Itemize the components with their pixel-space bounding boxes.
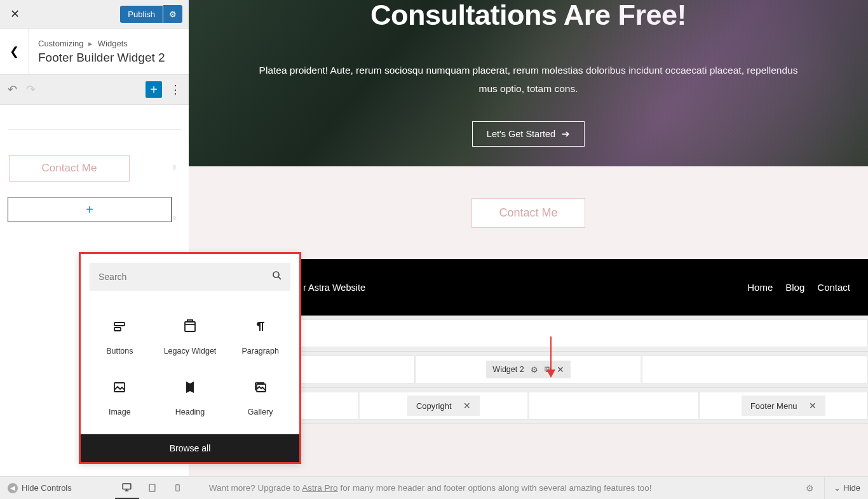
- footer-menu-chip[interactable]: Footer Menu ✕: [742, 396, 825, 416]
- more-options-button[interactable]: ⋮: [170, 83, 181, 96]
- svg-rect-11: [123, 483, 131, 489]
- block-label: Image: [109, 408, 131, 416]
- close-icon[interactable]: ✕: [809, 401, 817, 411]
- arrow-right-icon: ➔: [562, 129, 570, 139]
- hide-controls-button[interactable]: ◀ Hide Controls: [0, 483, 79, 493]
- builder-bottom-2[interactable]: Copyright ✕: [358, 392, 529, 420]
- block-legacy-widget[interactable]: Legacy Widget: [155, 306, 226, 367]
- builder-gear-button[interactable]: ⚙: [799, 483, 820, 493]
- buttons-icon: [112, 317, 127, 335]
- contact-me-block[interactable]: Contact Me: [9, 155, 130, 182]
- gear-icon: ⚙: [169, 10, 177, 19]
- breadcrumb: Customizing ▸ Widgets Footer Builder Wid…: [29, 32, 189, 71]
- block-label: Gallery: [248, 408, 273, 416]
- sidebar-body: ⩯ Contact Me ⩯ +: [0, 105, 189, 235]
- sidebar-top: ✕ Publish ⚙: [0, 0, 189, 29]
- image-icon: [112, 378, 127, 396]
- gear-icon[interactable]: ⚙: [531, 365, 538, 375]
- block-image[interactable]: Image: [85, 367, 155, 428]
- drag-handle-icon[interactable]: ⩯: [173, 214, 177, 223]
- device-desktop-tab[interactable]: [115, 477, 139, 500]
- svg-rect-7: [114, 383, 125, 392]
- browse-all-button[interactable]: Browse all: [81, 434, 299, 462]
- block-buttons[interactable]: Buttons: [85, 306, 155, 367]
- bottom-bar: ◀ Hide Controls Want more? Upgrade to As…: [0, 476, 868, 499]
- close-customizer-button[interactable]: ✕: [6, 6, 23, 22]
- paragraph-icon: [253, 317, 268, 335]
- publish-button[interactable]: Publish: [120, 6, 163, 23]
- builder-bottom-4[interactable]: Footer Menu ✕: [699, 392, 869, 420]
- block-label: Paragraph: [241, 347, 278, 356]
- site-name: r Astra Website: [303, 283, 365, 293]
- hero-text: Platea proident! Aute, rerum sociosqu nu…: [259, 61, 799, 98]
- plus-icon: +: [86, 203, 93, 217]
- hide-builder-button[interactable]: ⌄ Hide: [824, 477, 860, 500]
- svg-rect-6: [187, 320, 193, 322]
- widget-2-chip[interactable]: Widget 2 ⚙ ⧉ ✕: [486, 361, 570, 378]
- divider: [8, 129, 181, 130]
- back-button[interactable]: ❮: [0, 29, 29, 75]
- search-input[interactable]: [90, 263, 290, 291]
- search-icon: [271, 270, 283, 284]
- hero-section: Consultations Are Free! Platea proident!…: [189, 0, 868, 166]
- svg-rect-2: [114, 323, 125, 326]
- builder-primary-center[interactable]: Widget 2 ⚙ ⧉ ✕: [415, 356, 642, 383]
- hero-title: Consultations Are Free!: [370, 0, 686, 32]
- widget-2-label: Widget 2: [492, 365, 524, 374]
- block-paragraph[interactable]: Paragraph: [225, 306, 295, 367]
- add-block-toggle[interactable]: +: [146, 81, 162, 98]
- footer-nav-blog[interactable]: Blog: [785, 282, 804, 293]
- duplicate-icon[interactable]: ⧉: [545, 364, 550, 375]
- undo-button[interactable]: ↶: [8, 83, 17, 96]
- contact-section: Contact Me: [189, 166, 868, 259]
- svg-rect-15: [176, 485, 179, 491]
- add-block-button[interactable]: +: [8, 197, 172, 222]
- block-label: Legacy Widget: [164, 347, 217, 356]
- device-tabs: [115, 477, 190, 500]
- sidebar-header: ❮ Customizing ▸ Widgets Footer Builder W…: [0, 29, 189, 75]
- copyright-label: Copyright: [416, 401, 452, 411]
- hide-controls-label: Hide Controls: [22, 483, 72, 493]
- device-mobile-tab[interactable]: [166, 477, 190, 500]
- hero-cta-button[interactable]: Let's Get Started ➔: [472, 121, 585, 147]
- block-gallery[interactable]: Gallery: [225, 367, 295, 428]
- chevron-down-icon: ⌄: [834, 483, 841, 493]
- redo-button[interactable]: ↷: [26, 83, 36, 96]
- svg-point-0: [273, 272, 279, 277]
- footer-menu-label: Footer Menu: [750, 401, 797, 411]
- block-heading[interactable]: Heading: [155, 367, 226, 428]
- svg-rect-14: [149, 484, 155, 491]
- close-icon[interactable]: ✕: [557, 364, 564, 375]
- breadcrumb-sep-icon: ▸: [88, 39, 93, 48]
- builder-bottom-3[interactable]: [529, 392, 699, 420]
- undo-redo-group: ↶ ↷: [8, 83, 36, 96]
- footer-nav-home[interactable]: Home: [747, 282, 773, 293]
- close-icon[interactable]: ✕: [463, 401, 471, 411]
- edit-toolbar: ↶ ↷ + ⋮: [0, 75, 189, 105]
- svg-rect-4: [185, 322, 195, 331]
- promo-post: for many more header and footer options …: [338, 483, 652, 493]
- block-grid: Buttons Legacy Widget Paragraph Image He…: [81, 300, 299, 434]
- page-title: Footer Builder Widget 2: [38, 51, 180, 65]
- builder-primary-right[interactable]: [642, 356, 868, 383]
- contact-me-button[interactable]: Contact Me: [471, 198, 585, 228]
- plus-icon: +: [150, 83, 158, 97]
- promo-pre: Want more? Upgrade to: [209, 483, 302, 493]
- copyright-chip[interactable]: Copyright ✕: [407, 396, 480, 416]
- footer-nav-contact[interactable]: Contact: [817, 282, 850, 293]
- footer-nav: Home Blog Contact: [747, 282, 850, 293]
- block-search-wrap: [81, 254, 299, 300]
- promo-link[interactable]: Astra Pro: [302, 483, 337, 493]
- gallery-icon: [253, 378, 268, 396]
- bottom-right-controls: ⚙ ⌄ Hide: [799, 477, 868, 500]
- drag-handle-icon[interactable]: ⩯: [173, 163, 177, 173]
- publish-group: Publish ⚙: [120, 5, 182, 23]
- breadcrumb-leaf[interactable]: Widgets: [98, 39, 128, 48]
- svg-line-1: [278, 277, 281, 279]
- breadcrumb-root[interactable]: Customizing: [38, 39, 84, 48]
- device-tablet-tab[interactable]: [140, 477, 165, 500]
- publish-settings-button[interactable]: ⚙: [163, 5, 182, 23]
- block-label: Heading: [175, 408, 205, 416]
- chevron-left-icon: ❮: [10, 44, 19, 58]
- promo-text: Want more? Upgrade to Astra Pro for many…: [209, 483, 652, 493]
